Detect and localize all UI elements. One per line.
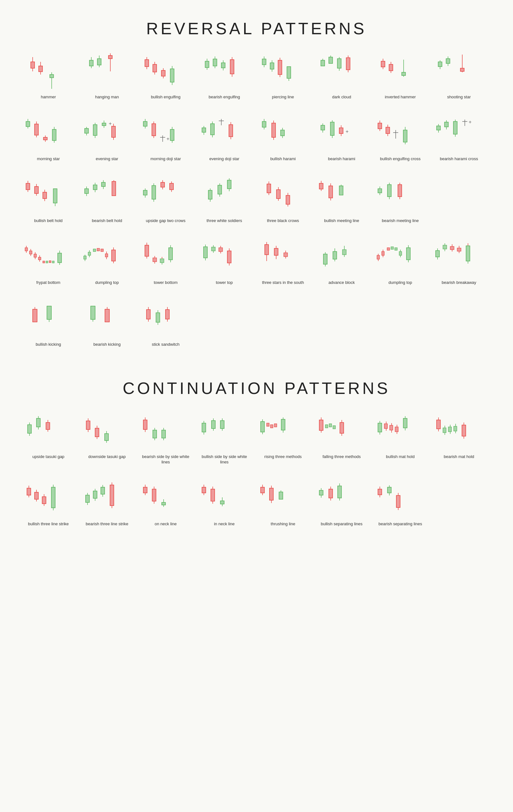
svg-rect-399: [202, 423, 206, 432]
pattern-bearish-belt-hold: bearish belt hold: [78, 174, 136, 224]
pattern-label: bullish meeting line: [324, 218, 359, 224]
pattern-label: bearish meeting line: [382, 218, 419, 224]
svg-rect-504: [279, 492, 283, 499]
svg-rect-304: [227, 251, 231, 263]
svg-rect-480: [143, 487, 147, 493]
pattern-label: bullish three line strike: [28, 521, 69, 527]
pattern-label: stick sandwitch: [152, 342, 179, 347]
svg-rect-219: [227, 180, 231, 189]
svg-rect-393: [153, 430, 157, 438]
pattern-label: frypat bottom: [36, 280, 61, 286]
svg-rect-187: [53, 189, 57, 203]
svg-rect-340: [435, 251, 440, 257]
pattern-tower-top: tower top: [195, 236, 254, 286]
svg-rect-79: [446, 59, 450, 63]
svg-rect-201: [143, 190, 147, 195]
svg-rect-67: [381, 61, 385, 67]
pattern-label: bearish mat hold: [444, 454, 474, 460]
svg-rect-292: [169, 248, 173, 260]
svg-rect-260: [43, 261, 45, 263]
pattern-label: bearish harami: [328, 156, 355, 162]
pattern-label: hammer: [41, 94, 56, 100]
svg-rect-417: [319, 420, 323, 430]
svg-rect-249: [25, 248, 28, 251]
svg-rect-185: [43, 192, 47, 199]
svg-rect-369: [165, 310, 169, 319]
svg-rect-40: [230, 60, 234, 74]
svg-rect-423: [340, 423, 344, 433]
svg-rect-237: [339, 186, 343, 195]
pattern-label: piercing line: [272, 94, 294, 100]
pattern-bearish-meeting-line: bearish meeting line: [371, 174, 430, 224]
pattern-tower-bottom: tower bottom: [136, 236, 195, 286]
pattern-bearish-engulfing: bearish engulfing: [195, 51, 254, 100]
svg-rect-316: [323, 254, 327, 264]
svg-rect-356: [47, 306, 51, 319]
svg-rect-1: [31, 62, 35, 68]
svg-rect-334: [399, 252, 402, 255]
pattern-label: rising three methods: [265, 454, 302, 460]
pattern-bearish-breakaway: bearish breakaway: [430, 236, 488, 286]
pattern-upside-gap-two-crows: upside gap two crows: [136, 174, 195, 224]
svg-rect-453: [462, 425, 466, 436]
continuation-grid: upside tasuki gap downside tasuki gap: [0, 410, 513, 540]
svg-rect-91: [43, 137, 47, 140]
pattern-label: bearish breakaway: [442, 280, 476, 286]
svg-rect-420: [329, 424, 332, 427]
pattern-bearish-harami: + bearish harami: [312, 113, 371, 162]
svg-rect-289: [160, 259, 164, 263]
svg-rect-243: [387, 184, 391, 197]
svg-rect-396: [162, 430, 165, 438]
svg-rect-110: [143, 121, 147, 126]
svg-text:+: +: [345, 129, 349, 134]
svg-text:+: +: [109, 121, 112, 126]
svg-rect-402: [211, 420, 215, 429]
svg-rect-507: [319, 490, 323, 495]
pattern-label: bearish kicking: [93, 342, 121, 347]
pattern-three-white-soldiers: three white soldiers: [195, 174, 254, 224]
svg-rect-135: [262, 121, 266, 127]
pattern-bearish-side-by-side: bearish side by side white lines: [136, 410, 195, 465]
svg-rect-268: [84, 256, 86, 259]
pattern-label: morning star: [37, 156, 60, 162]
svg-rect-64: [346, 58, 350, 70]
pattern-morning-star: morning star: [19, 113, 78, 162]
svg-rect-410: [267, 423, 269, 426]
svg-rect-107: [112, 126, 115, 137]
svg-rect-360: [105, 309, 110, 322]
svg-rect-298: [211, 247, 215, 251]
pattern-label: bearish harami cross: [440, 156, 478, 162]
pattern-bearish-mat-hold: bearish mat hold: [430, 410, 488, 465]
svg-rect-501: [270, 488, 273, 500]
svg-rect-150: [339, 128, 343, 134]
svg-rect-522: [396, 495, 400, 508]
pattern-label: bullish separating lines: [321, 521, 363, 527]
svg-rect-157: [386, 127, 390, 134]
pattern-label: dumpling top: [95, 280, 119, 286]
svg-rect-328: [382, 252, 384, 255]
pattern-label: downside tasuki gap: [88, 454, 126, 460]
svg-rect-414: [281, 419, 285, 430]
svg-rect-240: [378, 189, 382, 193]
svg-rect-384: [95, 428, 99, 437]
svg-rect-182: [35, 186, 38, 194]
svg-rect-234: [329, 186, 333, 198]
pattern-three-black-crows: three black crows: [254, 174, 312, 224]
svg-rect-319: [333, 252, 337, 259]
svg-rect-76: [438, 62, 442, 67]
pattern-label: bearish engulfing: [209, 94, 240, 100]
svg-rect-310: [274, 249, 278, 255]
svg-rect-375: [36, 418, 40, 427]
pattern-on-neck-line: on neck line: [136, 478, 195, 527]
svg-rect-204: [152, 185, 156, 199]
pattern-label: dumpling top: [388, 280, 412, 286]
svg-rect-354: [33, 309, 37, 322]
svg-rect-390: [143, 420, 147, 430]
pattern-bullish-side-by-side: bullish side by side white lines: [195, 410, 254, 465]
svg-rect-154: [378, 123, 382, 129]
svg-rect-343: [443, 245, 447, 249]
pattern-rising-three-methods: rising three methods: [254, 410, 312, 465]
svg-rect-307: [265, 244, 269, 255]
pattern-label: bearish three line strike: [86, 521, 128, 527]
svg-rect-435: [395, 427, 398, 432]
